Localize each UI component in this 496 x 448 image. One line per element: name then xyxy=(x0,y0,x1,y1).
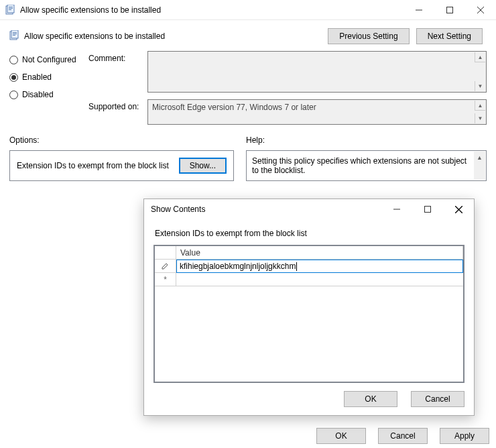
main-titlebar: Allow specific extensions to be installe… xyxy=(0,0,496,20)
svg-rect-11 xyxy=(13,32,17,33)
dialog-ok-button[interactable]: OK xyxy=(344,391,397,407)
state-radios: Not Configured Enabled Disabled xyxy=(9,51,88,131)
close-button[interactable] xyxy=(465,0,496,19)
radio-icon xyxy=(9,73,18,82)
options-label: Options: xyxy=(9,135,234,145)
policy-icon xyxy=(9,30,20,43)
svg-rect-2 xyxy=(9,7,13,7)
svg-rect-12 xyxy=(13,34,17,34)
supported-on-text: Microsoft Edge version 77, Windows 7 or … xyxy=(152,103,316,112)
radio-label: Enabled xyxy=(22,72,52,82)
svg-rect-6 xyxy=(447,7,453,13)
apply-button[interactable]: Apply xyxy=(440,428,489,444)
scroll-up-icon[interactable]: ▲ xyxy=(475,52,485,62)
ok-button[interactable]: OK xyxy=(316,428,366,444)
next-setting-button[interactable]: Next Setting xyxy=(416,28,483,44)
row-marker-new-icon: * xyxy=(155,273,176,286)
dialog-maximize-button[interactable] xyxy=(412,199,443,219)
grid-corner xyxy=(155,246,176,260)
cell-text: kfihiegbjaloebkmglnjnljoljgkkchm xyxy=(180,262,296,271)
grid-cell-value[interactable] xyxy=(176,273,463,286)
dialog-heading: Extension IDs to exempt from the block l… xyxy=(155,229,464,238)
column-header-value[interactable]: Value xyxy=(176,246,463,260)
svg-rect-15 xyxy=(425,207,431,213)
maximize-button[interactable] xyxy=(434,0,465,19)
text-caret xyxy=(296,262,297,271)
grid-row[interactable]: kfihiegbjaloebkmglnjnljoljgkkchm xyxy=(155,260,463,273)
help-text: Setting this policy specifies which exte… xyxy=(252,156,467,175)
scroll-up-icon[interactable]: ▲ xyxy=(474,152,485,163)
grid-row[interactable]: * xyxy=(155,273,463,286)
grid-cell-value[interactable]: kfihiegbjaloebkmglnjnljoljgkkchm xyxy=(176,260,463,273)
option-item-label: Extension IDs to exempt from the block l… xyxy=(17,161,169,170)
radio-label: Not Configured xyxy=(22,55,76,64)
help-label: Help: xyxy=(246,135,487,145)
row-marker-edit-icon xyxy=(155,260,176,273)
minimize-button[interactable] xyxy=(404,0,434,19)
radio-label: Disabled xyxy=(22,90,54,99)
scroll-up-icon[interactable]: ▲ xyxy=(475,101,485,111)
window-buttons xyxy=(404,0,496,19)
scroll-down-icon[interactable]: ▼ xyxy=(475,113,485,123)
dialog-footer: OK Cancel xyxy=(144,386,474,415)
scroll-down-icon[interactable]: ▼ xyxy=(475,81,485,91)
show-contents-dialog: Show Contents Extension IDs to exempt fr… xyxy=(143,199,475,416)
comment-label: Comment: xyxy=(88,51,147,93)
help-scrollbar[interactable]: ▲ xyxy=(474,152,485,180)
radio-not-configured[interactable]: Not Configured xyxy=(9,55,88,64)
radio-icon xyxy=(9,91,18,99)
options-panel: Extension IDs to exempt from the block l… xyxy=(9,150,234,181)
radio-enabled[interactable]: Enabled xyxy=(9,72,88,82)
supported-label: Supported on: xyxy=(88,99,147,125)
policy-name: Allow specific extensions to be installe… xyxy=(24,32,165,41)
previous-setting-button[interactable]: Previous Setting xyxy=(328,28,409,44)
svg-rect-13 xyxy=(13,35,15,36)
dialog-cancel-button[interactable]: Cancel xyxy=(411,391,464,407)
dialog-title: Show Contents xyxy=(151,205,381,214)
value-grid[interactable]: Value kfihiegbjaloebkmglnjnljoljgkkchm * xyxy=(153,245,464,383)
comment-textarea[interactable]: ▲ ▼ xyxy=(147,51,487,93)
policy-icon xyxy=(5,5,16,15)
dialog-close-button[interactable] xyxy=(443,199,474,219)
cancel-button[interactable]: Cancel xyxy=(378,428,428,444)
supported-on-box: Microsoft Edge version 77, Windows 7 or … xyxy=(147,99,487,125)
show-button[interactable]: Show... xyxy=(179,158,227,174)
radio-icon xyxy=(9,56,18,64)
dialog-minimize-button[interactable] xyxy=(381,199,412,219)
main-footer: OK Cancel Apply xyxy=(310,428,489,444)
dialog-titlebar: Show Contents xyxy=(144,199,474,219)
svg-rect-3 xyxy=(9,8,13,9)
radio-disabled[interactable]: Disabled xyxy=(9,90,88,99)
subheader: Allow specific extensions to be installe… xyxy=(0,20,496,44)
help-panel: Setting this policy specifies which exte… xyxy=(246,150,487,181)
window-title: Allow specific extensions to be installe… xyxy=(20,5,404,15)
svg-rect-4 xyxy=(9,9,11,10)
